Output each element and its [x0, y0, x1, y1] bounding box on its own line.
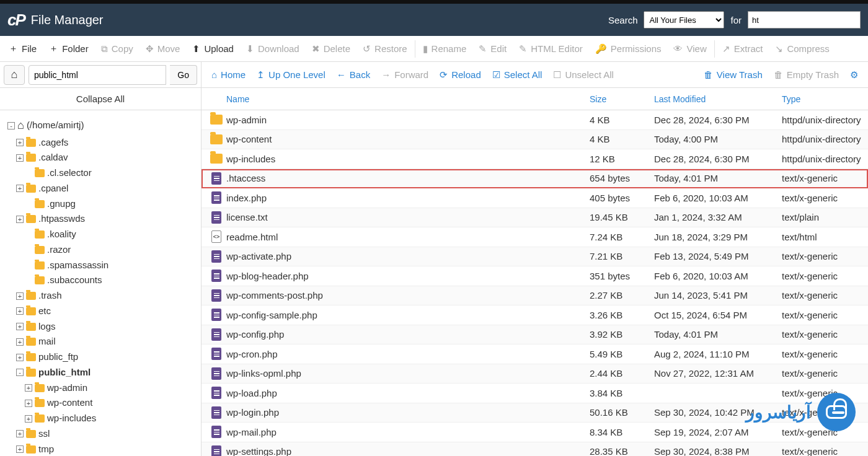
file-row[interactable]: license.txt19.45 KBJan 1, 2024, 3:32 AMt…	[202, 208, 868, 228]
tree-toggle[interactable]: +	[16, 216, 24, 223]
toolbar-download-button[interactable]: ⬇Download	[240, 38, 306, 59]
tree-label: wp-admin	[47, 380, 87, 396]
nav-forward[interactable]: →Forward	[381, 69, 428, 80]
column-modified[interactable]: Last Modified	[654, 94, 782, 104]
file-row[interactable]: wp-mail.php8.34 KBSep 19, 2024, 2:07 AMt…	[202, 423, 868, 442]
search-input[interactable]	[748, 11, 861, 28]
tree-label: .koality	[47, 227, 76, 242]
file-row[interactable]: wp-cron.php5.49 KBAug 2, 2024, 11:10 PMt…	[202, 344, 868, 364]
toolbar-rename-button[interactable]: ▮Rename	[417, 38, 473, 59]
toolbar-compress-button[interactable]: ↘Compress	[769, 38, 835, 59]
tree-item[interactable]: +.cagefs	[16, 135, 197, 151]
nav-back[interactable]: ←Back	[337, 69, 370, 80]
tree-toggle[interactable]: +	[16, 445, 24, 453]
settings-button[interactable]	[850, 69, 858, 81]
file-row[interactable]: <>readme.html7.24 KBJun 18, 2024, 3:29 P…	[202, 227, 868, 247]
tree-item[interactable]: .koality	[25, 227, 197, 242]
view-icon: 👁	[673, 43, 683, 54]
tree-toggle[interactable]: +	[16, 323, 24, 330]
file-row[interactable]: wp-admin4 KBDec 28, 2024, 6:30 PMhttpd/u…	[202, 110, 868, 130]
tree-toggle[interactable]: +	[16, 292, 24, 300]
tree-item[interactable]: +mail	[16, 334, 197, 349]
tree-toggle[interactable]: +	[16, 154, 24, 162]
search-scope-select[interactable]: All Your Files	[644, 11, 724, 28]
toolbar-extract-button[interactable]: ↗Extract	[716, 38, 769, 59]
tree-item[interactable]: +wp-admin	[25, 380, 197, 396]
collapse-all-button[interactable]: Collapse All	[0, 88, 201, 110]
toolbar-restore-button[interactable]: ↺Restore	[356, 38, 414, 59]
tree-toggle[interactable]: -	[7, 122, 15, 129]
toolbar-upload-button[interactable]: ⬆Upload	[186, 38, 240, 59]
file-row[interactable]: wp-blog-header.php351 bytesFeb 6, 2020, …	[202, 266, 868, 286]
tree-item[interactable]: +wp-content	[25, 395, 197, 411]
file-row[interactable]: wp-config-sample.php3.26 KBOct 15, 2024,…	[202, 305, 868, 325]
tree-toggle[interactable]: +	[16, 430, 24, 437]
tree-toggle[interactable]: +	[16, 307, 24, 315]
toolbar-folder-button[interactable]: ＋Folder	[43, 38, 95, 59]
toolbar-move-button[interactable]: ✥Move	[140, 38, 187, 59]
go-button[interactable]: Go	[170, 65, 197, 85]
tree-item[interactable]: -public_html	[16, 365, 197, 380]
tree-item[interactable]: .gnupg	[25, 196, 197, 212]
file-row[interactable]: wp-login.php50.16 KBSep 30, 2024, 10:42 …	[202, 403, 868, 423]
tree-toggle[interactable]: +	[16, 354, 24, 361]
file-row[interactable]: wp-activate.php7.21 KBFeb 13, 2024, 5:49…	[202, 247, 868, 267]
tree-item[interactable]: +public_ftp	[16, 349, 197, 365]
file-modified: Jan 1, 2024, 3:32 AM	[654, 212, 782, 222]
nav-view-trash[interactable]: 🗑View Trash	[704, 69, 763, 80]
file-row[interactable]: wp-load.php3.84 KBtext/x-generic	[202, 384, 868, 403]
tree-toggle[interactable]: +	[25, 384, 32, 392]
tree-toggle[interactable]: +	[25, 400, 32, 407]
tree-toggle[interactable]: +	[16, 185, 24, 192]
file-icon	[211, 328, 221, 341]
tree-item[interactable]: .razor	[25, 242, 197, 258]
tree-item[interactable]: +.trash	[16, 288, 197, 304]
nav-reload[interactable]: ⟳Reload	[440, 69, 481, 81]
tree-toggle[interactable]: -	[16, 369, 24, 376]
tree-toggle[interactable]: +	[16, 139, 24, 146]
toolbar-htmleditor-button[interactable]: ✎HTML Editor	[513, 38, 589, 59]
tree-item[interactable]: +etc	[16, 304, 197, 319]
home-button[interactable]	[4, 65, 25, 85]
file-row[interactable]: wp-settings.php28.35 KBSep 30, 2024, 8:3…	[202, 442, 868, 457]
tree-item[interactable]: .spamassassin	[25, 258, 197, 273]
nav-select-all[interactable]: ☑Select All	[492, 69, 542, 81]
tree-item[interactable]: -(/home/amirtj)	[7, 116, 197, 135]
file-row[interactable]: wp-includes12 KBDec 28, 2024, 6:30 PMhtt…	[202, 149, 868, 169]
file-icon	[211, 270, 221, 282]
toolbar-view-button[interactable]: 👁View	[667, 38, 712, 59]
column-type[interactable]: Type	[782, 94, 868, 104]
file-row[interactable]: wp-links-opml.php2.44 KBNov 27, 2022, 12…	[202, 364, 868, 384]
nav-home[interactable]: ⌂Home	[211, 69, 246, 80]
tree-item[interactable]: +.cpanel	[16, 181, 197, 196]
tree-toggle[interactable]: +	[25, 415, 32, 423]
tree-item[interactable]: +wp-includes	[25, 411, 197, 426]
nav-unselect-all[interactable]: ☐Unselect All	[553, 69, 613, 81]
file-row[interactable]: index.php405 bytesFeb 6, 2020, 10:03 AMt…	[202, 188, 868, 208]
toolbar-copy-button[interactable]: ⧉Copy	[95, 38, 140, 59]
tree-item[interactable]: .cl.selector	[25, 165, 197, 181]
tree-item[interactable]: +.caldav	[16, 150, 197, 165]
path-input[interactable]	[29, 65, 166, 85]
tree-toggle[interactable]: +	[16, 338, 24, 346]
toolbar-delete-button[interactable]: ✖Delete	[306, 38, 356, 59]
tree-item[interactable]: +ssl	[16, 426, 197, 442]
column-size[interactable]: Size	[590, 94, 654, 104]
nav-up[interactable]: ↥Up One Level	[257, 69, 326, 81]
column-name[interactable]: Name	[226, 94, 590, 104]
permissions-icon: 🔑	[595, 43, 607, 55]
tree-item[interactable]: .subaccounts	[25, 273, 197, 288]
file-row[interactable]: wp-config.php3.92 KBToday, 4:01 PMtext/x…	[202, 325, 868, 345]
tree-item[interactable]: +.htpasswds	[16, 211, 197, 227]
nav-empty-trash[interactable]: 🗑Empty Trash	[774, 69, 839, 80]
toolbar-edit-button[interactable]: ✎Edit	[472, 38, 513, 59]
toolbar-label: View	[686, 43, 706, 54]
toolbar-file-button[interactable]: ＋File	[2, 38, 43, 59]
file-row[interactable]: wp-comments-post.php2.27 KBJun 14, 2023,…	[202, 286, 868, 306]
file-row[interactable]: wp-content4 KBToday, 4:00 PMhttpd/unix-d…	[202, 130, 868, 150]
tree-item[interactable]: +tmp	[16, 442, 197, 456]
toolbar-permissions-button[interactable]: 🔑Permissions	[589, 38, 668, 59]
tree-item[interactable]: +logs	[16, 319, 197, 335]
folder-icon	[26, 353, 36, 361]
file-row[interactable]: .htaccess654 bytesToday, 4:01 PMtext/x-g…	[202, 169, 868, 189]
